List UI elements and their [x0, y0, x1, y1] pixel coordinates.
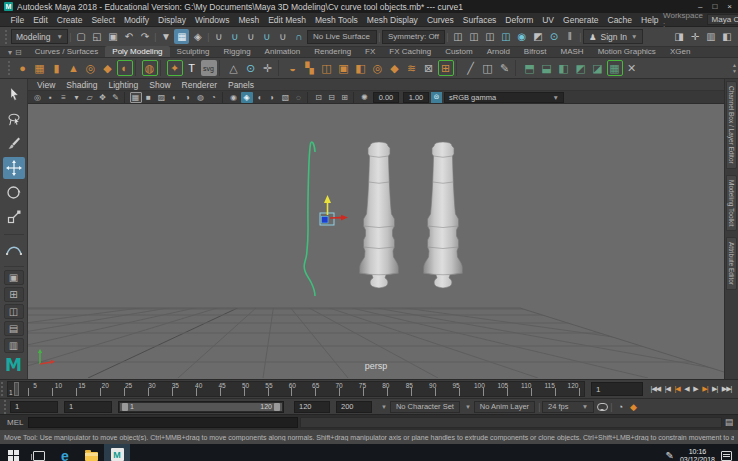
- shelf-scroll[interactable]: ▲▼: [732, 58, 737, 79]
- snap-to-grid-icon[interactable]: ∪: [211, 29, 226, 44]
- shelf-tab[interactable]: Animation: [258, 46, 308, 57]
- show-tool-settings-icon[interactable]: ✛: [688, 29, 703, 44]
- animation-start-field[interactable]: 1: [10, 401, 58, 413]
- lock-camera-icon[interactable]: ▪: [45, 92, 57, 103]
- shelf-tab[interactable]: FX Caching: [382, 46, 438, 57]
- perspective-viewport[interactable]: persp: [28, 104, 724, 379]
- wheel-icon[interactable]: ◎: [370, 60, 386, 76]
- super-shape-icon[interactable]: ✦: [167, 60, 183, 76]
- menu-item[interactable]: Edit Mesh: [264, 15, 311, 25]
- workspace-dropdown[interactable]: Maya Classic: [707, 14, 738, 25]
- step-forward-frame-button[interactable]: ▶|: [712, 385, 717, 393]
- smooth-icon[interactable]: ⊞: [438, 60, 454, 76]
- redo-icon[interactable]: ↷: [137, 29, 152, 44]
- hypershade-icon[interactable]: ◩: [530, 29, 545, 44]
- poly-plane-icon[interactable]: ◆: [100, 60, 116, 76]
- maya-taskbar-button[interactable]: M: [104, 444, 130, 461]
- current-frame-field[interactable]: 1: [591, 382, 643, 396]
- chevron-down-icon[interactable]: ▼: [381, 404, 387, 410]
- shelf-tab[interactable]: Rendering: [307, 46, 358, 57]
- panel-menu-item[interactable]: Lighting: [103, 80, 143, 90]
- shelf-tab[interactable]: Poly Modeling: [105, 46, 169, 57]
- boolean-icon[interactable]: ▣: [336, 60, 352, 76]
- scale-tool[interactable]: [3, 207, 25, 229]
- menu-item[interactable]: Windows: [190, 15, 233, 25]
- ipr-render-icon[interactable]: ◫: [466, 29, 481, 44]
- field-chart-icon[interactable]: ⊡: [313, 92, 325, 103]
- chevron-down-icon[interactable]: ▼: [465, 404, 471, 410]
- bookmark-icon[interactable]: ▾: [71, 92, 83, 103]
- menu-item[interactable]: Select: [87, 15, 120, 25]
- svg-tool-icon[interactable]: svg: [201, 60, 217, 76]
- shelf-tab[interactable]: MASH: [554, 46, 591, 57]
- shelf-menu-icon[interactable]: ▾: [8, 48, 12, 57]
- new-scene-icon[interactable]: ▢: [73, 29, 88, 44]
- color-management-icon[interactable]: ⊜: [431, 92, 442, 103]
- fold-icon[interactable]: ◆: [387, 60, 403, 76]
- symmetry-field[interactable]: Symmetry: Off: [382, 30, 445, 44]
- screen-space-ao-icon[interactable]: ◍: [195, 92, 207, 103]
- render-current-frame-icon[interactable]: ◉: [514, 29, 529, 44]
- center-pivot-icon[interactable]: ✛: [260, 60, 276, 76]
- action-center-icon[interactable]: [721, 451, 732, 461]
- rotate-tool[interactable]: [3, 182, 25, 204]
- default-material-icon[interactable]: ◉: [228, 92, 240, 103]
- layout-four-pane-button[interactable]: ⊞: [4, 287, 24, 302]
- shelf-grip[interactable]: [8, 61, 12, 75]
- make-object-live-icon[interactable]: ∩: [291, 29, 306, 44]
- go-to-end-button[interactable]: ▶▶|: [722, 385, 732, 393]
- range-start-handle[interactable]: [122, 403, 128, 411]
- connect-icon[interactable]: ◫: [480, 60, 496, 76]
- snap-to-curve-icon[interactable]: ∪: [227, 29, 242, 44]
- task-view-button[interactable]: [26, 444, 52, 461]
- smooth-shade-icon[interactable]: ■: [143, 92, 155, 103]
- platonic-solid-icon[interactable]: ◍: [142, 60, 158, 76]
- poly-cone-icon[interactable]: ▲: [66, 60, 82, 76]
- play-backwards-button[interactable]: ◀: [684, 385, 688, 393]
- gamma-field[interactable]: 1.00: [403, 92, 429, 103]
- poly-torus-icon[interactable]: ◎: [83, 60, 99, 76]
- poly-sphere-icon[interactable]: ●: [15, 60, 31, 76]
- move-tool[interactable]: [3, 157, 25, 179]
- shelf-tab[interactable]: Curves / Surfaces: [28, 46, 106, 57]
- status-grip[interactable]: [5, 30, 9, 44]
- snap-to-point-icon[interactable]: ∪: [243, 29, 258, 44]
- construction-plane-icon[interactable]: △: [226, 60, 242, 76]
- menu-item[interactable]: Help: [637, 15, 663, 25]
- layout-outliner-button[interactable]: ▥: [4, 338, 24, 353]
- anim-layer-dropdown[interactable]: No Anim Layer: [474, 401, 535, 413]
- exposure-toggle-icon[interactable]: ✺: [359, 92, 371, 103]
- show-attribute-editor-icon[interactable]: ◨: [672, 29, 687, 44]
- chamfer-vertex-icon[interactable]: ◩: [573, 60, 589, 76]
- lighting-toggle-icon[interactable]: ◖: [254, 92, 266, 103]
- panel-menu-item[interactable]: View: [32, 80, 60, 90]
- edge-browser-button[interactable]: e: [52, 444, 78, 461]
- select-hierarchy-icon[interactable]: ▼: [158, 29, 173, 44]
- shelf-tab[interactable]: Sculpting: [170, 46, 217, 57]
- range-slider-bar[interactable]: 1 120: [118, 401, 284, 413]
- isolate-select-icon[interactable]: ◌: [293, 92, 305, 103]
- script-editor-icon[interactable]: ▤: [722, 416, 736, 429]
- time-slider[interactable]: 1 51015202530354045505560657075808590951…: [7, 381, 585, 397]
- menu-item[interactable]: Deform: [501, 15, 538, 25]
- range-end-handle[interactable]: [274, 403, 280, 411]
- snap-to-projected-center-icon[interactable]: ∪: [259, 29, 274, 44]
- last-tool-curve-icon[interactable]: [3, 238, 25, 260]
- layout-single-pane-button[interactable]: ▣: [4, 270, 24, 285]
- sign-in-button[interactable]: ♟ Sign In ▼: [583, 29, 644, 44]
- menu-item[interactable]: Edit: [29, 15, 53, 25]
- panel-menu-item[interactable]: Shading: [61, 80, 102, 90]
- shadows-icon[interactable]: ◑: [182, 92, 194, 103]
- snap-together-icon[interactable]: ⊙: [243, 60, 259, 76]
- 2d-pan-zoom-icon[interactable]: ✥: [97, 92, 109, 103]
- step-forward-key-button[interactable]: ▶|: [702, 385, 707, 393]
- combine-icon[interactable]: ◒: [285, 60, 301, 76]
- layout-persp-outliner-button[interactable]: ▤: [4, 321, 24, 336]
- command-language-label[interactable]: MEL: [2, 418, 28, 427]
- view-transform-dropdown[interactable]: sRGB gamma ▼: [444, 92, 564, 103]
- menu-item[interactable]: Mesh Display: [362, 15, 422, 25]
- no-live-surface-button[interactable]: No Live Surface: [307, 30, 377, 44]
- playback-end-field[interactable]: 120: [294, 401, 330, 413]
- resolution-gate-icon[interactable]: ⊟: [326, 92, 338, 103]
- menu-item[interactable]: Mesh Tools: [311, 15, 363, 25]
